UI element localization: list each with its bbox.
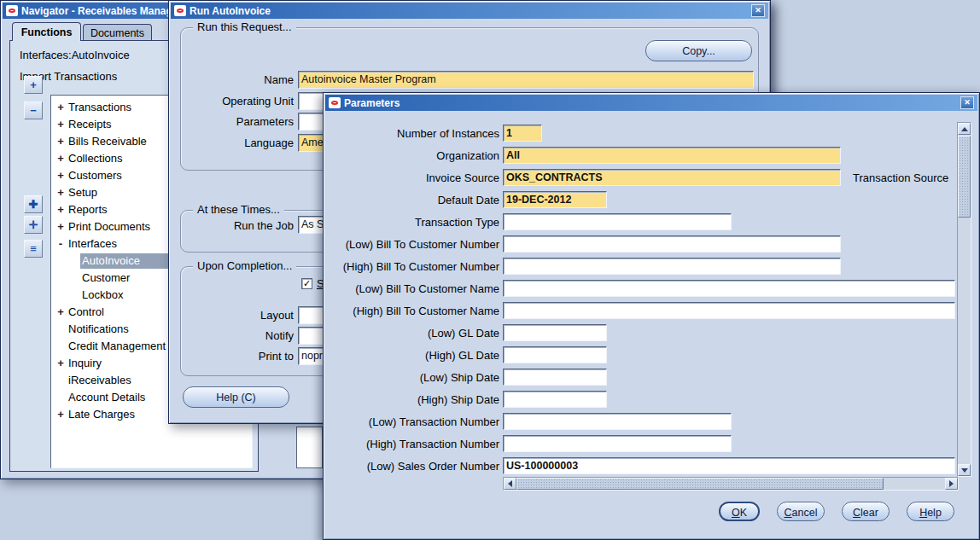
- low-gl-date-input[interactable]: [503, 324, 607, 341]
- tree-expand-icon[interactable]: +: [56, 101, 65, 113]
- high-transaction-number-input[interactable]: [503, 435, 732, 452]
- default-date-input[interactable]: 19-DEC-2012: [503, 191, 607, 208]
- tree-item-label: Customers: [68, 169, 122, 182]
- close-icon[interactable]: ✕: [751, 4, 765, 17]
- parameters-window: Parameters ✕ Number of Instances 1 Organ…: [323, 92, 980, 540]
- dialog-buttons: OKCancelClearHelp: [719, 502, 954, 521]
- help-button[interactable]: Help (C): [183, 386, 289, 408]
- low-bill-to-customer-name-input[interactable]: [503, 280, 955, 297]
- parameter-row: Invoice Source OKS_CONTRACTS Transaction…: [325, 166, 957, 189]
- parameter-row: (High) Ship Date: [325, 388, 957, 410]
- parameter-row: Number of Instances 1: [325, 122, 957, 144]
- low-transaction-number-input[interactable]: [503, 413, 732, 430]
- tree-item-label: Notifications: [68, 322, 129, 335]
- request-name-input[interactable]: Autoinvoice Master Program: [298, 71, 754, 89]
- horizontal-scrollbar[interactable]: [503, 477, 959, 491]
- scroll-down-icon[interactable]: [958, 464, 971, 476]
- help-button[interactable]: Help: [907, 502, 954, 521]
- parameter-label: (High) Bill To Customer Number: [325, 260, 499, 273]
- desktop: Navigator - Receivables Manage ✕ Functio…: [0, 0, 980, 540]
- parameter-label: (Low) Ship Date: [325, 371, 499, 384]
- collapse-all-icon[interactable]: ≡: [24, 240, 43, 258]
- high-ship-date-input[interactable]: [503, 391, 607, 408]
- low-bill-to-customer-number-input[interactable]: [503, 235, 841, 253]
- high-gl-date-input[interactable]: [503, 346, 607, 363]
- low-ship-date-input[interactable]: [503, 369, 607, 386]
- parameter-label: Invoice Source: [325, 171, 499, 184]
- parameter-label: (Low) Transaction Number: [325, 415, 499, 428]
- parameters-label: Parameters: [169, 115, 294, 128]
- vertical-scroll-thumb[interactable]: [958, 136, 971, 218]
- parameter-row: (Low) GL Date: [325, 322, 957, 344]
- parameter-row: (High) Transaction Number: [325, 433, 957, 455]
- scroll-up-icon[interactable]: [958, 123, 971, 135]
- tree-expand-icon[interactable]: +: [56, 305, 65, 318]
- hidden-window-fragment: [296, 427, 323, 468]
- parameter-label: (High) Ship Date: [325, 393, 499, 406]
- tree-expand-icon[interactable]: +: [56, 186, 65, 199]
- transaction-type-input[interactable]: [503, 213, 732, 230]
- tree-item-label: Customer: [82, 271, 130, 284]
- horizontal-scroll-thumb[interactable]: [516, 478, 884, 490]
- ok-button[interactable]: OK: [719, 502, 760, 521]
- tree-item-label: Collections: [68, 152, 123, 165]
- tree-item-label: iReceivables: [68, 374, 131, 386]
- tree-item-label: Interfaces: [68, 237, 117, 250]
- tree-item-label: Inquiry: [68, 357, 102, 369]
- adjacent-field-label: Transaction Source: [853, 171, 948, 184]
- expand-branch-icon[interactable]: ✚: [24, 195, 43, 213]
- tree-expand-icon[interactable]: +: [56, 152, 65, 165]
- tab-functions[interactable]: Functions: [12, 22, 81, 41]
- parameters-titlebar[interactable]: Parameters ✕: [325, 95, 977, 111]
- close-icon[interactable]: ✕: [960, 96, 974, 109]
- parameter-row: Organization All: [325, 144, 957, 166]
- tree-item-label: Setup: [68, 186, 97, 199]
- number-of-instances-input[interactable]: 1: [503, 125, 542, 142]
- collapse-icon[interactable]: −: [24, 102, 43, 119]
- tree-expand-icon[interactable]: +: [56, 357, 65, 369]
- notify-label: Notify: [169, 329, 294, 342]
- low-sales-order-number-input[interactable]: US-100000003: [503, 457, 955, 474]
- tree-expand-icon[interactable]: +: [56, 408, 65, 421]
- expand-icon[interactable]: +: [24, 76, 43, 94]
- tree-item-label: Late Charges: [68, 408, 135, 421]
- layout-label: Layout: [169, 309, 294, 322]
- save-output-checkbox[interactable]: ✓: [301, 278, 312, 289]
- parameter-row: (Low) Ship Date: [325, 366, 957, 388]
- scroll-right-icon[interactable]: [945, 478, 958, 490]
- tree-expand-icon[interactable]: +: [56, 135, 65, 148]
- scroll-left-icon[interactable]: [504, 478, 516, 490]
- parameter-label: (Low) Bill To Customer Name: [325, 282, 499, 295]
- organization-input[interactable]: All: [503, 147, 841, 164]
- clear-button[interactable]: Clear: [842, 502, 890, 521]
- parameter-row: (Low) Transaction Number: [325, 410, 957, 433]
- parameter-row: (Low) Bill To Customer Number: [325, 233, 957, 255]
- tree-item-label: Reports: [68, 203, 108, 216]
- tree-expand-icon[interactable]: +: [56, 169, 65, 182]
- high-bill-to-customer-name-input[interactable]: [503, 302, 955, 319]
- print-to-label: Print to: [169, 350, 294, 363]
- parameter-label: (Low) Bill To Customer Number: [325, 238, 499, 251]
- parameters-title: Parameters: [344, 97, 957, 109]
- high-bill-to-customer-number-input[interactable]: [503, 258, 841, 275]
- parameter-label: (Low) Sales Order Number: [325, 460, 499, 473]
- invoice-source-input[interactable]: OKS_CONTRACTS: [503, 169, 841, 186]
- tree-expand-icon[interactable]: +: [56, 118, 65, 131]
- parameter-row: (Low) Bill To Customer Name: [325, 277, 957, 299]
- completion-section-title: Upon Completion...: [193, 259, 296, 272]
- tree-expand-icon[interactable]: +: [56, 220, 65, 233]
- copy-button[interactable]: Copy...: [645, 40, 752, 61]
- oracle-logo-icon: [6, 5, 18, 16]
- tree-expand-icon[interactable]: +: [56, 203, 65, 216]
- check-icon: ✓: [303, 278, 311, 288]
- tree-item-label: Credit Management: [68, 340, 166, 352]
- parameter-label: Transaction Type: [325, 216, 499, 229]
- cancel-button[interactable]: Cancel: [777, 502, 825, 521]
- tree-expand-icon[interactable]: -: [56, 237, 65, 250]
- parameter-row: (High) Bill To Customer Name: [325, 299, 957, 322]
- vertical-scrollbar[interactable]: [957, 122, 971, 477]
- parameter-row: Default Date 19-DEC-2012: [325, 189, 957, 211]
- tab-documents[interactable]: Documents: [83, 24, 152, 41]
- expand-all-icon[interactable]: ✛: [24, 216, 43, 234]
- run-window-titlebar[interactable]: Run AutoInvoice ✕: [171, 3, 768, 19]
